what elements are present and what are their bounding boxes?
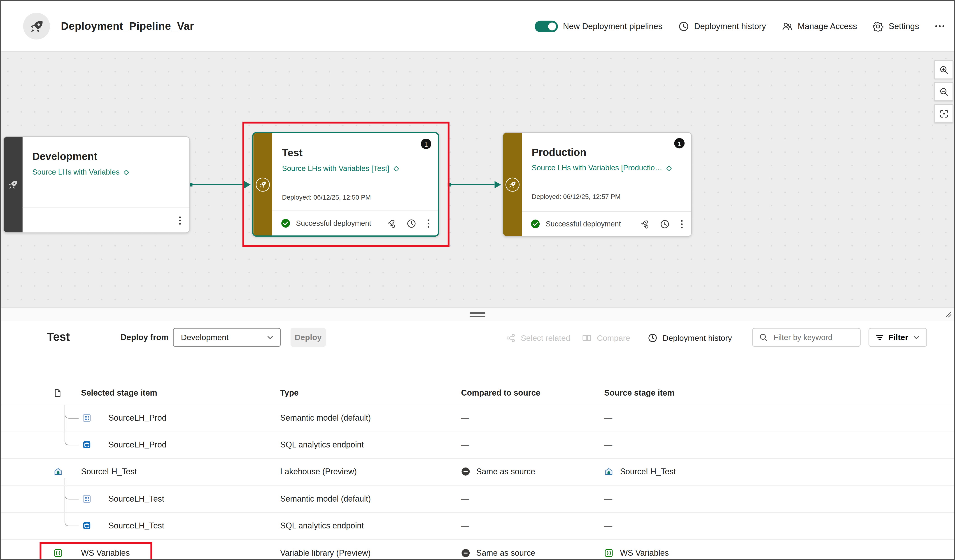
panel-deployment-history-button[interactable]: Deployment history — [648, 333, 732, 343]
stage-more-icon[interactable] — [178, 215, 181, 226]
rocket-icon — [259, 181, 267, 188]
tree-connector — [64, 405, 65, 431]
success-check-icon — [281, 218, 291, 228]
deploy-from-value: Development — [181, 333, 229, 342]
select-related-button[interactable]: Select related — [506, 333, 570, 343]
zoom-in-icon — [939, 65, 949, 75]
deploy-settings-icon[interactable] — [386, 218, 396, 228]
column-selected-stage-item: Selected stage item — [81, 388, 157, 397]
people-icon — [781, 20, 793, 32]
canvas-zoom-controls — [934, 60, 953, 123]
table-row[interactable]: SourceLH_ProdSQL analytics endpoint—— — [1, 432, 953, 459]
workspace-link[interactable]: Source LHs with Variables [Test] — [282, 164, 429, 173]
item-type: SQL analytics endpoint — [280, 440, 364, 449]
filter-button[interactable]: Filter — [869, 328, 927, 347]
table-header: Selected stage item Type Compared to sou… — [1, 372, 953, 405]
test-stage-strip — [253, 133, 272, 236]
resize-diagonal-icon[interactable] — [944, 310, 952, 321]
stage-history-icon[interactable] — [406, 218, 416, 228]
compared-dash: — — [461, 521, 469, 530]
tree-connector — [64, 485, 78, 499]
stage-circle-icon — [506, 177, 520, 191]
variable-library-icon — [604, 548, 613, 557]
item-count-badge: 1 — [421, 139, 431, 149]
compared-status: Same as source — [461, 467, 535, 476]
same-as-source-icon — [461, 548, 470, 557]
deployment-status: Successful deployment — [531, 219, 621, 229]
ellipsis-icon — [934, 21, 945, 32]
compared-dash: — — [461, 413, 469, 422]
zoom-out-icon — [939, 87, 949, 96]
development-stage-strip — [4, 137, 23, 232]
stage-item-name: SourceLH_Prod — [108, 413, 166, 422]
stage-more-icon[interactable] — [680, 219, 683, 229]
source-dash: — — [604, 494, 612, 503]
deployed-timestamp: Deployed: 06/12/25, 12:57 PM — [532, 193, 683, 200]
stage-card-development[interactable]: Development Source LHs with Variables — [3, 136, 190, 233]
fit-to-screen-button[interactable] — [934, 104, 953, 123]
keyword-filter-input[interactable] — [772, 332, 855, 343]
source-stage-item: SourceLH_Test — [604, 467, 676, 476]
new-deployment-pipelines-toggle[interactable] — [535, 20, 558, 32]
compared-status: Same as source — [461, 548, 535, 557]
search-icon — [759, 333, 768, 342]
stage-item-name: SourceLH_Test — [81, 467, 137, 476]
deploy-settings-icon[interactable] — [639, 219, 649, 229]
deploy-button[interactable]: Deploy — [291, 328, 326, 347]
lakehouse-icon — [604, 467, 613, 476]
deployed-timestamp: Deployed: 06/12/25, 12:50 PM — [282, 193, 429, 201]
zoom-out-button[interactable] — [934, 82, 953, 101]
same-as-source-icon — [461, 467, 470, 476]
item-type: Variable library (Preview) — [280, 548, 371, 557]
endorsement-diamond-icon — [666, 165, 673, 172]
item-type: Semantic model (default) — [280, 413, 371, 422]
history-clock-icon — [678, 20, 689, 32]
table-row[interactable]: SourceLH_TestLakehouse (Preview)Same as … — [1, 459, 953, 485]
select-related-icon — [506, 333, 516, 343]
more-options-button[interactable] — [934, 21, 945, 32]
table-row[interactable]: SourceLH_TestSemantic model (default)—— — [1, 485, 953, 513]
stage-more-icon[interactable] — [427, 218, 430, 228]
column-source-stage-item: Source stage item — [604, 388, 674, 397]
toggle-label: New Deployment pipelines — [563, 22, 662, 31]
semantic-model-icon — [82, 494, 91, 503]
rocket-icon — [8, 179, 18, 190]
manage-access-button[interactable]: Manage Access — [781, 20, 857, 32]
compare-button[interactable]: Compare — [582, 333, 630, 343]
stage-name: Test — [282, 147, 429, 160]
table-row[interactable]: WS VariablesVariable library (Preview)Sa… — [1, 540, 953, 560]
lakehouse-icon — [53, 467, 63, 476]
workspace-link[interactable]: Source LHs with Variables [Productio… — [532, 164, 683, 172]
tree-connector — [64, 478, 65, 485]
stage-card-production[interactable]: Production 1 Source LHs with Variables [… — [503, 132, 692, 237]
stage-history-icon[interactable] — [660, 219, 670, 229]
pipeline-title: Deployment_Pipeline_Var — [61, 20, 194, 33]
stage-item-name: SourceLH_Test — [108, 521, 164, 530]
item-type: Lakehouse (Preview) — [280, 467, 357, 476]
tree-connector — [64, 485, 65, 512]
deploy-from-label: Deploy from — [121, 333, 168, 342]
endorsement-diamond-icon — [123, 169, 130, 176]
pipeline-canvas[interactable]: Development Source LHs with Variables — [1, 51, 953, 307]
deployment-pipeline-logo-icon — [23, 13, 50, 40]
deployment-history-button[interactable]: Deployment history — [678, 20, 766, 32]
compare-icon — [582, 333, 592, 343]
sql-endpoint-icon — [82, 440, 91, 449]
stage-circle-icon — [256, 177, 270, 191]
item-type: SQL analytics endpoint — [280, 521, 364, 530]
table-row[interactable]: SourceLH_TestSQL analytics endpoint—— — [1, 513, 953, 540]
settings-button[interactable]: Settings — [872, 20, 919, 32]
table-row[interactable]: SourceLH_ProdSemantic model (default)—— — [1, 405, 953, 432]
compared-dash: — — [461, 494, 469, 503]
production-stage-strip — [503, 133, 522, 236]
filter-icon — [875, 333, 884, 342]
stage-card-test[interactable]: Test 1 Source LHs with Variables [Test] … — [252, 132, 439, 237]
workspace-link[interactable]: Source LHs with Variables — [32, 168, 181, 176]
splitter-drag-handle[interactable] — [470, 312, 485, 317]
zoom-in-button[interactable] — [934, 60, 953, 79]
compared-dash: — — [461, 440, 469, 449]
deploy-from-dropdown[interactable]: Development — [173, 328, 281, 347]
stage-item-name: SourceLH_Prod — [108, 440, 166, 449]
tree-connector — [64, 405, 78, 418]
stage-item-name: SourceLH_Test — [108, 494, 164, 503]
